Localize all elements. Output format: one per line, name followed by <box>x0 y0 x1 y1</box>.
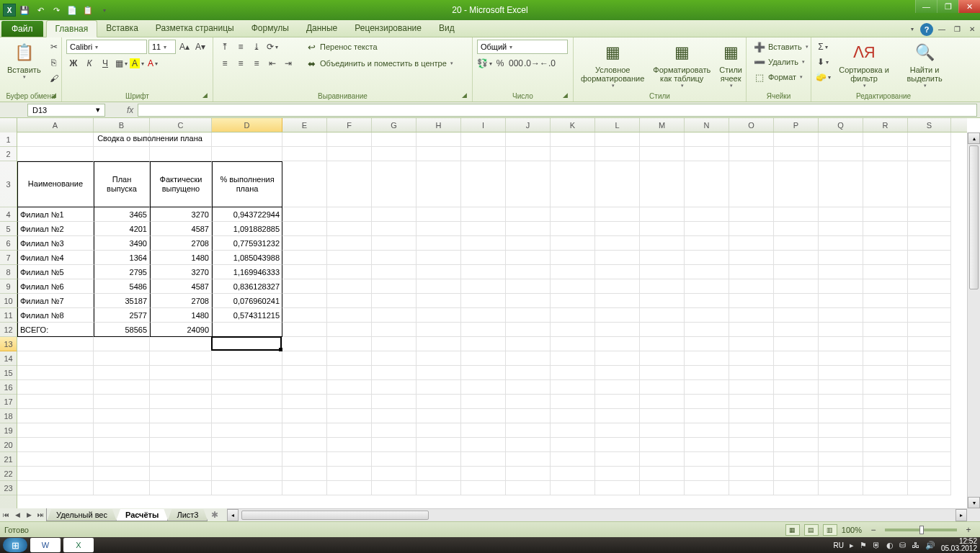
cell[interactable] <box>729 222 774 236</box>
cell[interactable] <box>908 294 951 308</box>
cell[interactable] <box>372 438 416 452</box>
cell[interactable] <box>327 409 372 423</box>
cell[interactable] <box>774 308 819 323</box>
tray-icon[interactable]: ⛁ <box>899 541 906 550</box>
cell[interactable] <box>461 161 506 207</box>
column-header[interactable]: N <box>685 118 729 132</box>
undo-icon[interactable]: ↶ <box>33 3 48 17</box>
cell[interactable] <box>640 337 685 351</box>
cell[interactable]: 2708 <box>150 236 212 251</box>
cell[interactable] <box>774 467 819 481</box>
start-button[interactable]: ⊞ <box>3 538 27 552</box>
cell[interactable] <box>729 351 774 366</box>
cut-icon[interactable]: ✂ <box>47 40 61 54</box>
sheet-tab[interactable]: Расчёты <box>116 509 168 521</box>
cell[interactable] <box>908 308 951 323</box>
cell[interactable] <box>819 351 863 366</box>
cell[interactable] <box>506 207 551 222</box>
cell[interactable] <box>908 161 951 207</box>
cell[interactable] <box>506 294 551 308</box>
cell[interactable] <box>212 323 282 337</box>
close-button[interactable]: ✕ <box>958 0 980 13</box>
qat-item-icon[interactable]: 📋 <box>81 3 95 17</box>
cell[interactable] <box>282 294 327 308</box>
cell[interactable] <box>729 207 774 222</box>
cell[interactable]: 35187 <box>94 294 150 308</box>
cell[interactable] <box>461 294 506 308</box>
row-header[interactable]: 18 <box>0 409 17 423</box>
cell[interactable] <box>282 409 327 423</box>
cell[interactable]: 3270 <box>150 207 212 222</box>
cell[interactable] <box>282 251 327 265</box>
cell[interactable] <box>819 132 863 147</box>
column-header[interactable]: E <box>282 118 327 132</box>
cell[interactable] <box>551 308 595 323</box>
cell[interactable] <box>461 438 506 452</box>
cell[interactable] <box>685 251 729 265</box>
ribbon-tab[interactable]: Рецензирование <box>346 20 430 37</box>
column-header[interactable]: F <box>327 118 372 132</box>
cell[interactable] <box>685 308 729 323</box>
cell[interactable] <box>17 395 94 409</box>
cell[interactable] <box>94 438 150 452</box>
cell[interactable] <box>372 423 416 438</box>
cell[interactable] <box>150 467 212 481</box>
cell[interactable] <box>551 323 595 337</box>
cell[interactable] <box>685 147 729 161</box>
column-header[interactable]: M <box>640 118 685 132</box>
cell[interactable]: 1480 <box>150 308 212 323</box>
cell[interactable] <box>150 438 212 452</box>
cell[interactable] <box>551 409 595 423</box>
cell[interactable] <box>908 409 951 423</box>
autosum-icon[interactable]: Σ <box>816 40 830 54</box>
fill-color-icon[interactable]: A <box>130 56 144 71</box>
cell[interactable] <box>774 337 819 351</box>
cell[interactable] <box>212 147 282 161</box>
cell[interactable] <box>774 323 819 337</box>
cell[interactable] <box>327 351 372 366</box>
cell[interactable] <box>729 409 774 423</box>
cell[interactable] <box>506 265 551 279</box>
cell[interactable] <box>372 467 416 481</box>
cell[interactable] <box>863 236 908 251</box>
cell[interactable] <box>150 395 212 409</box>
cell[interactable] <box>282 236 327 251</box>
cell[interactable] <box>327 294 372 308</box>
column-header[interactable]: C <box>150 118 212 132</box>
cell[interactable] <box>685 423 729 438</box>
cell[interactable] <box>416 222 461 236</box>
bold-button[interactable]: Ж <box>66 56 81 71</box>
cell[interactable] <box>685 366 729 380</box>
cell[interactable] <box>372 337 416 351</box>
cell[interactable] <box>640 308 685 323</box>
cell[interactable] <box>685 438 729 452</box>
cell[interactable] <box>685 337 729 351</box>
cell[interactable] <box>506 147 551 161</box>
scroll-down-icon[interactable]: ▾ <box>968 497 980 508</box>
cell[interactable]: 0,775931232 <box>212 236 282 251</box>
italic-button[interactable]: К <box>82 56 97 71</box>
cell[interactable] <box>863 323 908 337</box>
cell[interactable] <box>729 323 774 337</box>
zoom-out-icon[interactable]: − <box>866 523 881 537</box>
cell[interactable]: 0,836128327 <box>212 279 282 294</box>
cell[interactable] <box>640 438 685 452</box>
cell[interactable] <box>506 308 551 323</box>
cell[interactable] <box>551 351 595 366</box>
cell[interactable] <box>595 308 640 323</box>
cell[interactable] <box>416 294 461 308</box>
row-header[interactable]: 19 <box>0 423 17 438</box>
cell[interactable] <box>551 395 595 409</box>
cell[interactable] <box>819 337 863 351</box>
cell[interactable] <box>372 481 416 495</box>
cell[interactable] <box>327 337 372 351</box>
cell[interactable] <box>150 423 212 438</box>
cell[interactable] <box>729 161 774 207</box>
cell[interactable]: 3270 <box>150 265 212 279</box>
cell[interactable]: 0,076960241 <box>212 294 282 308</box>
cell[interactable] <box>551 380 595 395</box>
cell[interactable] <box>774 481 819 495</box>
mdi-restore-button[interactable]: ❐ <box>950 23 963 35</box>
cell[interactable] <box>416 323 461 337</box>
cell[interactable] <box>908 481 951 495</box>
